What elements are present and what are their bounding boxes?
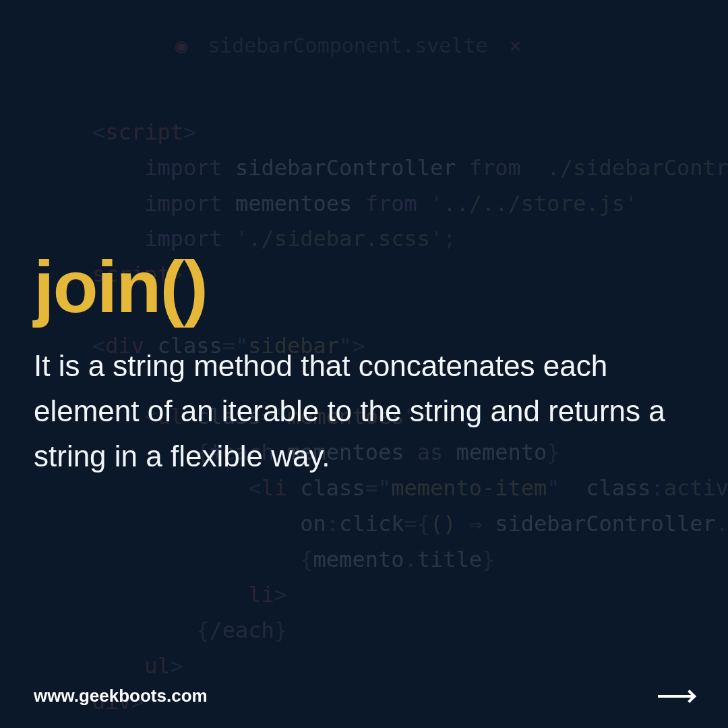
next-arrow-icon[interactable]: [658, 688, 694, 704]
site-url: www.geekboots.com: [34, 686, 208, 706]
footer: www.geekboots.com: [34, 686, 694, 706]
function-title: join(): [34, 249, 694, 324]
function-description: It is a string method that concatenates …: [34, 344, 694, 479]
card-content: join() It is a string method that concat…: [34, 249, 694, 479]
